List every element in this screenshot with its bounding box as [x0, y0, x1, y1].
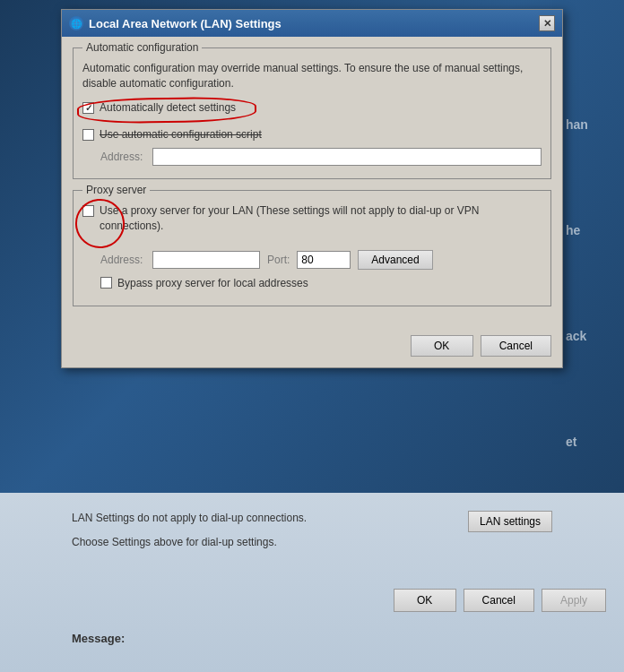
- lan-settings-dialog: 🌐 Local Area Network (LAN) Settings ✕ Au…: [61, 9, 563, 368]
- proxy-address-input[interactable]: [152, 251, 260, 269]
- config-address-label: Address:: [100, 151, 145, 163]
- bypass-label: Bypass proxy server for local addresses: [117, 277, 308, 289]
- bypass-row: Bypass proxy server for local addresses: [100, 277, 542, 289]
- auto-config-content: Automatic configuration may override man…: [74, 48, 550, 178]
- bypass-checkbox[interactable]: [100, 277, 112, 289]
- proxy-address-row: Address: Port: 80 Advanced: [100, 250, 542, 270]
- dialog-buttons: OK Cancel: [62, 328, 562, 367]
- close-button[interactable]: ✕: [539, 15, 555, 31]
- proxy-server-label: Proxy server: [82, 184, 150, 196]
- auto-detect-label: Automatically detect settings: [100, 101, 236, 114]
- proxy-checkbox-label: Use a proxy server for your LAN (These s…: [100, 203, 485, 234]
- auto-script-label: Use automatic configuration script: [100, 128, 262, 141]
- proxy-address-label: Address:: [100, 254, 145, 266]
- auto-config-group: Automatic configuration Automatic config…: [73, 47, 551, 179]
- config-address-row: Address:: [100, 148, 542, 166]
- proxy-checkbox[interactable]: [82, 205, 94, 217]
- auto-config-description: Automatic configuration may override man…: [82, 61, 542, 91]
- ok-dialog-button[interactable]: OK: [411, 335, 473, 357]
- proxy-checkbox-row: Use a proxy server for your LAN (These s…: [82, 203, 485, 234]
- auto-script-checkbox[interactable]: [82, 129, 94, 141]
- cancel-dialog-button[interactable]: Cancel: [481, 335, 551, 357]
- dialog-overlay: 🌐 Local Area Network (LAN) Settings ✕ Au…: [0, 0, 624, 672]
- dialog-body: Automatic configuration Automatic config…: [62, 37, 562, 328]
- auto-detect-checkbox[interactable]: [82, 102, 94, 114]
- titlebar-left: 🌐 Local Area Network (LAN) Settings: [69, 16, 282, 30]
- auto-script-row: Use automatic configuration script: [82, 128, 542, 141]
- proxy-server-content: Use a proxy server for your LAN (These s…: [74, 191, 550, 306]
- port-label: Port:: [267, 254, 290, 266]
- dialog-titlebar: 🌐 Local Area Network (LAN) Settings ✕: [62, 10, 562, 37]
- config-address-input[interactable]: [152, 148, 542, 166]
- port-input[interactable]: 80: [297, 251, 351, 269]
- proxy-server-group: Proxy server Use a proxy server for your…: [73, 190, 551, 306]
- auto-detect-row: Automatically detect settings: [82, 101, 236, 114]
- dialog-title: Local Area Network (LAN) Settings: [89, 17, 282, 30]
- dialog-icon: 🌐: [69, 16, 83, 30]
- advanced-button[interactable]: Advanced: [358, 250, 432, 270]
- auto-config-label: Automatic configuration: [82, 41, 202, 54]
